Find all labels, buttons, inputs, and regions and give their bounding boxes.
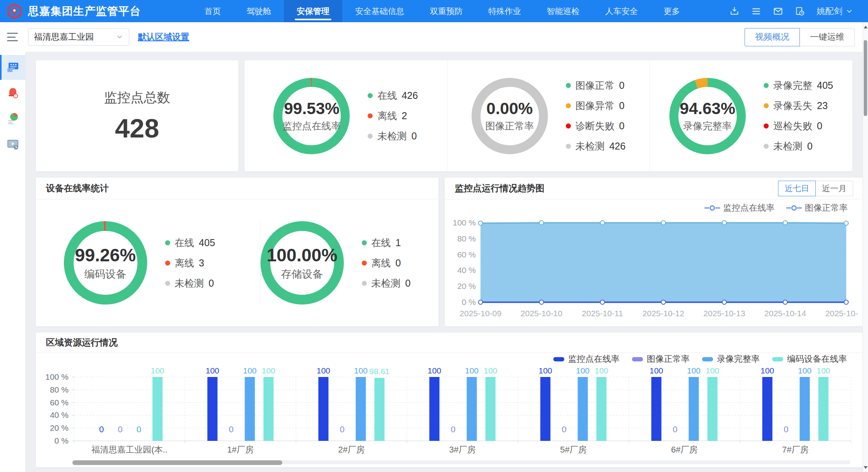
- nav-tab-6[interactable]: 智能巡检: [534, 0, 592, 22]
- donut-legend: 在线426离线2未检测0: [368, 89, 418, 143]
- legend-dot: [566, 144, 571, 149]
- range-last-7-days-button[interactable]: 近七日: [778, 181, 816, 196]
- donut-label: 图像正常率: [485, 120, 534, 132]
- summary-row: 监控点总数 428 99.53%监控点在线率在线426离线2未检测0 0.00%…: [36, 60, 852, 171]
- region-legend-label: 编码设备在线率: [787, 353, 847, 365]
- region-chart-svg: 0 %20 %40 %60 %80 %100 %000100福清思嘉工业园(本.…: [41, 365, 858, 457]
- bottom-row: 区域资源运行情况 监控点在线率图像正常率录像完整率编码设备在线率 0 %20 %…: [36, 333, 852, 467]
- nav-tab-3[interactable]: 安全基础信息: [342, 0, 417, 22]
- chevron-down-icon: [845, 7, 853, 15]
- legend-value: 0: [619, 120, 625, 132]
- legend-item: 未检测0: [165, 277, 215, 290]
- svg-text:20 %: 20 %: [50, 423, 69, 432]
- legend-dot: [362, 281, 367, 286]
- download-icon[interactable]: [729, 6, 739, 16]
- nav-tab-2[interactable]: 安保管理: [284, 0, 342, 22]
- mail-icon[interactable]: [773, 6, 783, 16]
- horizontal-scrollbar[interactable]: [72, 460, 850, 464]
- horizontal-scrollbar-thumb[interactable]: [72, 460, 282, 465]
- trend-legend-label: 监控点在线率: [723, 202, 775, 214]
- legend-item: 诊断失败0: [566, 120, 626, 132]
- region-bar-chart: 0 %20 %40 %60 %80 %100 %000100福清思嘉工业园(本.…: [36, 365, 863, 458]
- scroll-down-arrow[interactable]: [863, 464, 868, 470]
- donut-percent: 99.53%: [284, 99, 339, 118]
- vertical-scrollbar[interactable]: [863, 22, 868, 472]
- svg-text:100: 100: [484, 366, 497, 375]
- total-points-card: 监控点总数 428: [36, 60, 238, 171]
- sidebar-item-alarm[interactable]: [0, 81, 25, 106]
- sidebar-item-playback[interactable]: [0, 132, 25, 157]
- svg-text:0: 0: [673, 424, 677, 434]
- donut: 99.53%监控点在线率: [273, 78, 350, 154]
- legend-value: 0: [396, 257, 401, 269]
- svg-text:100: 100: [761, 366, 774, 375]
- one-key-ops-button[interactable]: 一键运维: [799, 28, 855, 46]
- legend-label: 未检测: [576, 140, 605, 153]
- legend-item: 未检测0: [362, 277, 411, 290]
- sidebar-item-report[interactable]: [0, 106, 25, 131]
- svg-text:0: 0: [229, 424, 233, 434]
- svg-text:100 %: 100 %: [45, 372, 69, 381]
- svg-text:98.61: 98.61: [369, 367, 390, 376]
- top-actions: 姚配剑: [729, 5, 868, 17]
- legend-value: 0: [405, 278, 411, 289]
- svg-text:0: 0: [340, 424, 344, 434]
- nav-tab-7[interactable]: 人车安全: [592, 0, 651, 22]
- legend-item: 离线3: [165, 257, 215, 269]
- legend-item: 在线426: [368, 89, 418, 102]
- donut-encoder-devices: 99.26%编码设备在线405离线3未检测0: [64, 221, 215, 305]
- svg-text:2025-10-09: 2025-10-09: [460, 309, 501, 318]
- donut: 94.63%录像完整率: [669, 78, 746, 154]
- vertical-scrollbar-thumb[interactable]: [864, 40, 867, 116]
- nav-tab-0[interactable]: 首页: [192, 0, 234, 22]
- legend-label: 在线: [175, 236, 194, 249]
- default-region-link[interactable]: 默认区域设置: [138, 31, 189, 43]
- legend-swatch: [702, 357, 713, 361]
- svg-text:80 %: 80 %: [50, 385, 69, 394]
- legend-label: 巡检失败: [773, 120, 812, 132]
- region-legend-item[interactable]: 编码设备在线率: [772, 353, 847, 365]
- svg-text:100: 100: [650, 366, 663, 375]
- nav-tab-5[interactable]: 特殊作业: [475, 0, 534, 22]
- trend-legend-item[interactable]: 图像正常率: [786, 202, 848, 214]
- legend-item: 图像异常0: [566, 99, 626, 112]
- legend-label: 离线: [377, 109, 397, 122]
- svg-text:1#厂房: 1#厂房: [227, 445, 254, 454]
- collapse-menu-icon[interactable]: [7, 33, 18, 41]
- user-menu[interactable]: 姚配剑: [817, 5, 853, 17]
- svg-text:100: 100: [576, 366, 590, 375]
- scroll-up-arrow[interactable]: [863, 24, 868, 30]
- region-legend-item[interactable]: 图像正常率: [632, 353, 690, 365]
- nav-tab-1[interactable]: 驾驶舱: [234, 0, 284, 22]
- alarm-bell-icon: [6, 86, 19, 100]
- legend-dot: [566, 83, 571, 88]
- region-legend-item[interactable]: 监控点在线率: [553, 353, 620, 365]
- nav-tab-8[interactable]: 更多: [651, 0, 693, 22]
- region-select[interactable]: 福清思嘉工业园: [28, 28, 129, 46]
- legend-value: 3: [199, 257, 204, 269]
- legend-value: 0: [817, 120, 822, 132]
- range-last-month-button[interactable]: 近一月: [815, 181, 853, 196]
- legend-dot: [165, 261, 170, 266]
- schedule-icon[interactable]: [795, 6, 805, 16]
- svg-text:2025-10-11: 2025-10-11: [582, 309, 623, 318]
- legend-value: 2: [401, 110, 407, 122]
- region-legend-item[interactable]: 录像完整率: [702, 353, 760, 365]
- legend-label: 未检测: [773, 140, 803, 153]
- legend-dot: [165, 281, 170, 286]
- trend-legend-item[interactable]: 监控点在线率: [704, 202, 775, 214]
- menu-lines-icon[interactable]: [751, 6, 761, 16]
- device-online-title: 设备在线率统计: [46, 182, 109, 194]
- legend-label: 在线: [371, 236, 391, 249]
- donut-percent: 94.63%: [680, 99, 735, 118]
- legend-item: 在线1: [362, 236, 411, 249]
- legend-item: 录像丢失23: [764, 99, 833, 112]
- nav-tab-4[interactable]: 双重预防: [417, 0, 475, 22]
- svg-text:0 %: 0 %: [462, 298, 476, 306]
- svg-text:2025-10-10: 2025-10-10: [521, 309, 562, 318]
- legend-label: 未检测: [377, 130, 407, 143]
- video-overview-button[interactable]: 视频概况: [745, 28, 800, 46]
- top-navigation-bar: 思嘉集团生产监管平台 首页驾驶舱安保管理安全基础信息双重预防特殊作业智能巡检人车…: [0, 0, 868, 22]
- legend-value: 405: [199, 237, 215, 248]
- sidebar-item-monitor-wall[interactable]: [0, 55, 25, 80]
